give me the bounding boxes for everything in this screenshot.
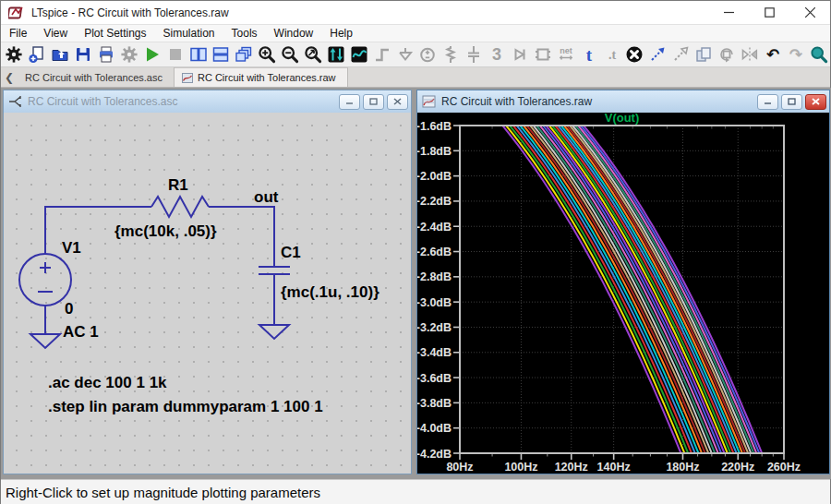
- mirror-icon: [741, 45, 759, 64]
- resistor-r1-symbol[interactable]: [151, 197, 209, 217]
- ground-icon: [396, 45, 415, 64]
- text-tool-icon: t: [580, 45, 598, 64]
- toolbar-button-zoom-extents[interactable]: [302, 43, 325, 66]
- maximize-button[interactable]: [749, 1, 789, 24]
- toolbar-button-autorange[interactable]: [324, 43, 347, 66]
- schematic-canvas[interactable]: R1 {mc(10k, .05)} out V1 0 AC 1 C1 {mc(.…: [4, 113, 411, 474]
- menu-item-simulation[interactable]: Simulation: [155, 25, 223, 42]
- save-icon: [74, 45, 92, 64]
- y-tick-label: -2.2dB: [417, 195, 452, 208]
- toolbar-button-cut[interactable]: [623, 43, 646, 66]
- wire-r1-to-c1[interactable]: [209, 207, 274, 267]
- tab-label: RC Circuit with Tolerances.raw: [198, 72, 336, 83]
- toolbar-button-copy: [692, 43, 716, 66]
- y-tick-label: -1.8dB: [417, 145, 452, 158]
- toolbar-button-component: [531, 43, 554, 66]
- toolbar-button-tile-horizontal[interactable]: [210, 43, 233, 66]
- zoom-in-icon: [258, 45, 276, 64]
- schematic-window-titlebar[interactable]: RC Circuit with Tolerances.asc: [4, 90, 411, 113]
- y-tick-label: -3.2dB: [417, 321, 452, 334]
- toolbar-button-inductor: 3: [486, 43, 509, 66]
- spice-directive-ac[interactable]: .ac dec 100 1 1k: [48, 374, 167, 391]
- waveform-plot-area[interactable]: -1.6dB-1.8dB-2.0dB-2.2dB-2.4dB-2.6dB-2.8…: [417, 113, 829, 474]
- svg-text:.t: .t: [608, 48, 617, 62]
- component-icon: [534, 45, 552, 64]
- toolbar-button-zoom-in[interactable]: [256, 43, 279, 66]
- toolbar-button-plot-settings[interactable]: [347, 43, 370, 66]
- toolbar-button-run[interactable]: [140, 43, 163, 66]
- x-tick-label: 220Hz: [721, 461, 754, 474]
- toolbar-button-ground: [393, 43, 416, 66]
- toolbar-button-zoom-out[interactable]: [279, 43, 302, 66]
- voltage-source-v1-symbol[interactable]: [19, 254, 71, 306]
- menu-item-plot-settings[interactable]: Plot Settings: [76, 25, 154, 42]
- waveform-window-titlebar[interactable]: RC Circuit with Tolerances.raw: [417, 90, 829, 113]
- toolbar-button-text-tool[interactable]: t: [577, 43, 600, 66]
- schematic-minimize-button[interactable]: [339, 94, 360, 110]
- menu-item-file[interactable]: File: [1, 25, 35, 42]
- y-tick-label: -3.0dB: [417, 296, 452, 309]
- close-button[interactable]: [789, 1, 830, 24]
- waveform-window-title: RC Circuit with Tolerances.raw: [441, 95, 592, 108]
- schematic-close-button[interactable]: [387, 94, 408, 110]
- waveform-window: RC Circuit with Tolerances.raw -1.6dB-1.…: [416, 90, 830, 474]
- toolbar-button-open[interactable]: [49, 43, 72, 66]
- tab-asc[interactable]: RC Circuit with Tolerances.asc: [18, 67, 175, 87]
- trace-bundle: [442, 113, 794, 474]
- net-label-icon: net: [557, 45, 575, 64]
- label-node-out[interactable]: out: [254, 188, 279, 206]
- toolbar-button-diode: [509, 43, 532, 66]
- waveform-close-button[interactable]: [805, 94, 826, 110]
- svg-text:net: net: [560, 46, 572, 55]
- menu-item-window[interactable]: Window: [266, 25, 322, 42]
- ground-symbol-c1[interactable]: [259, 325, 289, 339]
- label-c1-name[interactable]: C1: [281, 244, 301, 261]
- y-tick-label: -2.4dB: [417, 221, 452, 234]
- waveform-maximize-button[interactable]: [781, 94, 802, 110]
- ground-symbol-v1[interactable]: [30, 334, 60, 348]
- minimize-button[interactable]: [708, 1, 749, 24]
- menu-item-view[interactable]: View: [35, 25, 76, 42]
- toolbar-button-control-panel[interactable]: [3, 43, 26, 66]
- toolbar-button-undo[interactable]: ↶: [761, 43, 784, 66]
- ltspice-application: LTspice - RC Circuit with Tolerances.raw…: [0, 0, 831, 504]
- toolbar-button-tile-vertical[interactable]: [187, 43, 210, 66]
- toolbar-button-net-label: net: [554, 43, 577, 66]
- drag-icon: [671, 45, 690, 64]
- redo-icon: ↷: [787, 45, 805, 64]
- svg-text:3: 3: [492, 45, 501, 64]
- svg-text:↷: ↷: [789, 45, 802, 64]
- toolbar-button-find[interactable]: [807, 43, 830, 66]
- halt-icon: [166, 45, 185, 64]
- control-panel-icon: [5, 45, 23, 64]
- waveform-minimize-button[interactable]: [757, 94, 778, 110]
- inductor-icon: 3: [488, 45, 506, 64]
- label-v1-name[interactable]: V1: [62, 239, 81, 257]
- y-tick-label: -3.6dB: [417, 372, 452, 385]
- x-tick-label: 80Hz: [446, 461, 473, 474]
- capacitor-c1-symbol[interactable]: [259, 267, 290, 274]
- toolbar-button-print[interactable]: [95, 43, 118, 66]
- schematic-file-icon: [8, 95, 23, 108]
- tab-raw[interactable]: RC Circuit with Tolerances.raw: [175, 67, 348, 87]
- label-c1-value[interactable]: {mc(.1u, .10)}: [281, 283, 379, 301]
- toolbar-button-new-schematic[interactable]: [26, 43, 49, 66]
- menu-item-help[interactable]: Help: [321, 25, 361, 42]
- toolbar-button-move[interactable]: [646, 43, 669, 66]
- tab-scroll-left-icon[interactable]: ❮: [1, 67, 18, 87]
- print-icon: [97, 45, 115, 64]
- label-r1-value[interactable]: {mc(10k, .05)}: [114, 222, 217, 240]
- schematic-maximize-button[interactable]: [363, 94, 384, 110]
- toolbar-button-save[interactable]: [72, 43, 95, 66]
- trace-legend-vout[interactable]: V(out): [605, 113, 640, 125]
- menu-item-tools[interactable]: Tools: [223, 25, 266, 42]
- label-v1-ac[interactable]: AC 1: [63, 323, 99, 341]
- toolbar-button-mirror: [739, 43, 762, 66]
- x-tick-label: 100Hz: [504, 461, 537, 474]
- spice-directive-step[interactable]: .step lin param dummyparam 1 100 1: [48, 398, 323, 415]
- toolbar-button-cascade[interactable]: [233, 43, 256, 66]
- label-v1-value[interactable]: 0: [65, 300, 73, 318]
- tab-label: RC Circuit with Tolerances.asc: [25, 72, 163, 83]
- label-r1-name[interactable]: R1: [168, 176, 188, 194]
- y-tick-label: -2.0dB: [417, 170, 452, 183]
